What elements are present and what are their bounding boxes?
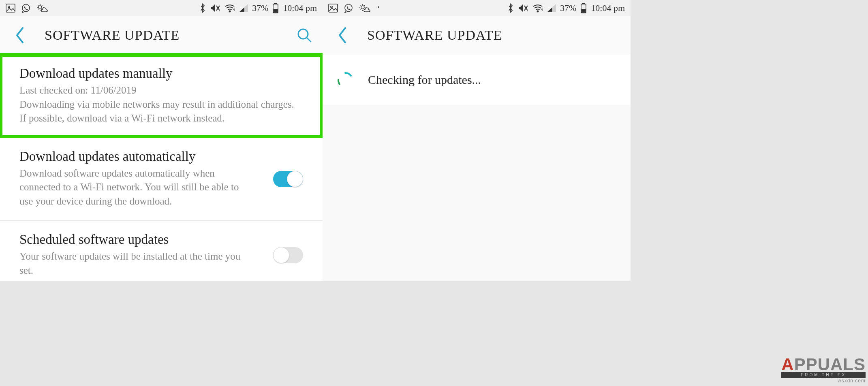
svg-point-11 [345,4,352,12]
row-subtitle: Your software updates will be installed … [19,250,246,277]
back-button[interactable] [12,23,28,47]
whatsapp-icon [344,3,353,13]
svg-point-2 [22,4,30,12]
row-title: Download updates manually [19,66,303,81]
watermark-site: wsxdn.com [781,378,866,384]
search-button[interactable] [294,25,314,45]
mute-vibrate-icon [210,3,220,13]
bluetooth-icon [199,3,206,13]
svg-rect-0 [6,4,15,12]
svg-rect-7 [274,9,278,13]
app-header: SOFTWARE UPDATE [0,16,323,55]
app-header: SOFTWARE UPDATE [323,16,631,55]
row-title: Scheduled software updates [19,232,303,247]
row-download-manually[interactable]: Download updates manually Last checked o… [0,55,323,138]
battery-icon [272,3,279,13]
back-button[interactable] [335,23,351,47]
image-icon [328,4,338,13]
signal-icon [547,4,556,12]
svg-point-1 [8,6,10,8]
checking-row: Checking for updates... [323,55,631,105]
svg-rect-6 [274,3,277,4]
battery-icon [580,3,587,13]
notification-dot: · [377,7,380,9]
weather-icon [36,4,49,13]
page-title: SOFTWARE UPDATE [45,28,180,43]
row-title: Download updates automatically [19,149,303,164]
phone-left: 37% 10:04 pm SOFTWARE UPDATE Download up… [0,0,323,281]
spinner-icon [336,71,354,89]
scheduled-update-toggle[interactable] [273,247,303,263]
image-icon [6,4,15,13]
watermark-rest: PPUALS [794,355,866,374]
clock-text: 10:04 pm [591,3,625,13]
whatsapp-icon [21,3,31,13]
svg-point-13 [537,11,538,12]
watermark-a: A [781,355,794,374]
checking-text: Checking for updates... [368,73,481,87]
wifi-icon [224,4,235,13]
wifi-icon [532,4,543,13]
row-subtitle: Download software updates automatically … [19,166,246,209]
mute-vibrate-icon [518,3,528,13]
svg-rect-9 [329,4,338,12]
phone-right: · 37% 10:04 pm SOFTWARE UPDATE Checkin [323,0,631,281]
status-bar: 37% 10:04 pm [0,0,323,16]
clock-text: 10:04 pm [283,3,317,13]
watermark: APPUALS FROM THE EX wsxdn.com [781,355,866,384]
status-bar: · 37% 10:04 pm [323,0,631,16]
signal-icon [239,4,248,12]
settings-list: Download updates manually Last checked o… [0,55,323,281]
svg-point-3 [38,6,42,9]
row-scheduled-updates[interactable]: Scheduled software updates Your software… [0,221,323,281]
svg-point-4 [229,11,230,12]
svg-rect-15 [582,3,585,4]
page-title: SOFTWARE UPDATE [367,28,502,43]
battery-pct: 37% [560,3,576,13]
battery-pct: 37% [252,3,268,13]
svg-point-10 [331,6,332,8]
auto-update-toggle[interactable] [273,171,303,187]
row-subtitle: Last checked on: 11/06/2019 Downloading … [19,83,303,126]
svg-rect-16 [582,9,586,13]
bluetooth-icon [507,3,514,13]
row-download-automatically[interactable]: Download updates automatically Download … [0,138,323,221]
svg-point-12 [361,6,364,9]
weather-icon [359,4,371,13]
